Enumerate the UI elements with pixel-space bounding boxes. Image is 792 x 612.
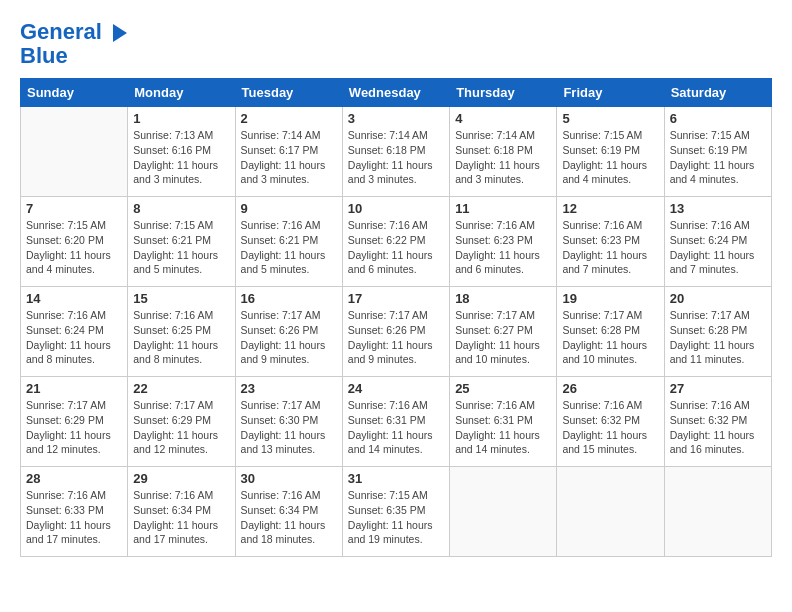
calendar-week-5: 28 Sunrise: 7:16 AM Sunset: 6:33 PM Dayl…: [21, 467, 772, 557]
day-number: 5: [562, 111, 658, 126]
sunrise-label: Sunrise: 7:17 AM: [348, 309, 428, 321]
daylight-label: Daylight: 11 hours and 19 minutes.: [348, 519, 433, 546]
day-number: 11: [455, 201, 551, 216]
sunset-label: Sunset: 6:32 PM: [562, 414, 640, 426]
day-number: 2: [241, 111, 337, 126]
sunset-label: Sunset: 6:28 PM: [670, 324, 748, 336]
sunset-label: Sunset: 6:29 PM: [26, 414, 104, 426]
sunset-label: Sunset: 6:17 PM: [241, 144, 319, 156]
calendar-cell: 19 Sunrise: 7:17 AM Sunset: 6:28 PM Dayl…: [557, 287, 664, 377]
day-info: Sunrise: 7:17 AM Sunset: 6:26 PM Dayligh…: [348, 308, 444, 367]
day-info: Sunrise: 7:13 AM Sunset: 6:16 PM Dayligh…: [133, 128, 229, 187]
sunrise-label: Sunrise: 7:15 AM: [26, 219, 106, 231]
sunrise-label: Sunrise: 7:16 AM: [455, 399, 535, 411]
daylight-label: Daylight: 11 hours and 3 minutes.: [455, 159, 540, 186]
sunrise-label: Sunrise: 7:14 AM: [455, 129, 535, 141]
day-number: 24: [348, 381, 444, 396]
day-info: Sunrise: 7:17 AM Sunset: 6:27 PM Dayligh…: [455, 308, 551, 367]
day-number: 8: [133, 201, 229, 216]
sunrise-label: Sunrise: 7:16 AM: [241, 489, 321, 501]
sunrise-label: Sunrise: 7:17 AM: [26, 399, 106, 411]
sunrise-label: Sunrise: 7:17 AM: [241, 399, 321, 411]
day-number: 6: [670, 111, 766, 126]
day-info: Sunrise: 7:17 AM Sunset: 6:29 PM Dayligh…: [133, 398, 229, 457]
day-number: 14: [26, 291, 122, 306]
day-info: Sunrise: 7:16 AM Sunset: 6:32 PM Dayligh…: [670, 398, 766, 457]
sunrise-label: Sunrise: 7:14 AM: [348, 129, 428, 141]
calendar-week-3: 14 Sunrise: 7:16 AM Sunset: 6:24 PM Dayl…: [21, 287, 772, 377]
sunrise-label: Sunrise: 7:13 AM: [133, 129, 213, 141]
daylight-label: Daylight: 11 hours and 12 minutes.: [133, 429, 218, 456]
sunrise-label: Sunrise: 7:17 AM: [133, 399, 213, 411]
sunrise-label: Sunrise: 7:16 AM: [348, 399, 428, 411]
calendar-cell: 6 Sunrise: 7:15 AM Sunset: 6:19 PM Dayli…: [664, 107, 771, 197]
daylight-label: Daylight: 11 hours and 4 minutes.: [26, 249, 111, 276]
daylight-label: Daylight: 11 hours and 6 minutes.: [348, 249, 433, 276]
sunset-label: Sunset: 6:35 PM: [348, 504, 426, 516]
day-number: 9: [241, 201, 337, 216]
weekday-header-wednesday: Wednesday: [342, 79, 449, 107]
sunset-label: Sunset: 6:22 PM: [348, 234, 426, 246]
daylight-label: Daylight: 11 hours and 5 minutes.: [241, 249, 326, 276]
calendar-cell: 26 Sunrise: 7:16 AM Sunset: 6:32 PM Dayl…: [557, 377, 664, 467]
sunrise-label: Sunrise: 7:16 AM: [241, 219, 321, 231]
daylight-label: Daylight: 11 hours and 15 minutes.: [562, 429, 647, 456]
day-number: 17: [348, 291, 444, 306]
sunrise-label: Sunrise: 7:16 AM: [26, 489, 106, 501]
daylight-label: Daylight: 11 hours and 9 minutes.: [348, 339, 433, 366]
calendar-cell: 22 Sunrise: 7:17 AM Sunset: 6:29 PM Dayl…: [128, 377, 235, 467]
calendar-cell: 31 Sunrise: 7:15 AM Sunset: 6:35 PM Dayl…: [342, 467, 449, 557]
daylight-label: Daylight: 11 hours and 8 minutes.: [26, 339, 111, 366]
calendar-cell: 18 Sunrise: 7:17 AM Sunset: 6:27 PM Dayl…: [450, 287, 557, 377]
day-info: Sunrise: 7:16 AM Sunset: 6:23 PM Dayligh…: [562, 218, 658, 277]
sunset-label: Sunset: 6:28 PM: [562, 324, 640, 336]
sunrise-label: Sunrise: 7:16 AM: [455, 219, 535, 231]
calendar-cell: 5 Sunrise: 7:15 AM Sunset: 6:19 PM Dayli…: [557, 107, 664, 197]
day-info: Sunrise: 7:14 AM Sunset: 6:18 PM Dayligh…: [348, 128, 444, 187]
calendar-cell: [557, 467, 664, 557]
daylight-label: Daylight: 11 hours and 5 minutes.: [133, 249, 218, 276]
day-number: 15: [133, 291, 229, 306]
logo-icon: [109, 22, 131, 44]
sunset-label: Sunset: 6:30 PM: [241, 414, 319, 426]
sunrise-label: Sunrise: 7:16 AM: [133, 309, 213, 321]
calendar-cell: 9 Sunrise: 7:16 AM Sunset: 6:21 PM Dayli…: [235, 197, 342, 287]
sunrise-label: Sunrise: 7:14 AM: [241, 129, 321, 141]
calendar-cell: 25 Sunrise: 7:16 AM Sunset: 6:31 PM Dayl…: [450, 377, 557, 467]
logo: General Blue: [20, 20, 131, 68]
calendar-cell: 15 Sunrise: 7:16 AM Sunset: 6:25 PM Dayl…: [128, 287, 235, 377]
day-info: Sunrise: 7:16 AM Sunset: 6:34 PM Dayligh…: [241, 488, 337, 547]
sunset-label: Sunset: 6:20 PM: [26, 234, 104, 246]
day-number: 29: [133, 471, 229, 486]
day-info: Sunrise: 7:15 AM Sunset: 6:21 PM Dayligh…: [133, 218, 229, 277]
day-info: Sunrise: 7:14 AM Sunset: 6:18 PM Dayligh…: [455, 128, 551, 187]
calendar-cell: 17 Sunrise: 7:17 AM Sunset: 6:26 PM Dayl…: [342, 287, 449, 377]
sunrise-label: Sunrise: 7:17 AM: [562, 309, 642, 321]
day-number: 25: [455, 381, 551, 396]
day-info: Sunrise: 7:16 AM Sunset: 6:33 PM Dayligh…: [26, 488, 122, 547]
logo-text: General: [20, 20, 131, 44]
calendar-cell: [21, 107, 128, 197]
day-info: Sunrise: 7:17 AM Sunset: 6:29 PM Dayligh…: [26, 398, 122, 457]
day-number: 30: [241, 471, 337, 486]
calendar-table: SundayMondayTuesdayWednesdayThursdayFrid…: [20, 78, 772, 557]
day-number: 31: [348, 471, 444, 486]
sunrise-label: Sunrise: 7:15 AM: [670, 129, 750, 141]
sunrise-label: Sunrise: 7:16 AM: [348, 219, 428, 231]
sunset-label: Sunset: 6:29 PM: [133, 414, 211, 426]
sunset-label: Sunset: 6:18 PM: [348, 144, 426, 156]
calendar-cell: 2 Sunrise: 7:14 AM Sunset: 6:17 PM Dayli…: [235, 107, 342, 197]
daylight-label: Daylight: 11 hours and 10 minutes.: [562, 339, 647, 366]
sunset-label: Sunset: 6:26 PM: [241, 324, 319, 336]
weekday-header-monday: Monday: [128, 79, 235, 107]
page-header: General Blue: [20, 20, 772, 68]
sunset-label: Sunset: 6:21 PM: [133, 234, 211, 246]
day-number: 12: [562, 201, 658, 216]
calendar-cell: 14 Sunrise: 7:16 AM Sunset: 6:24 PM Dayl…: [21, 287, 128, 377]
day-number: 18: [455, 291, 551, 306]
day-info: Sunrise: 7:16 AM Sunset: 6:22 PM Dayligh…: [348, 218, 444, 277]
day-number: 1: [133, 111, 229, 126]
day-info: Sunrise: 7:15 AM Sunset: 6:35 PM Dayligh…: [348, 488, 444, 547]
day-info: Sunrise: 7:16 AM Sunset: 6:21 PM Dayligh…: [241, 218, 337, 277]
daylight-label: Daylight: 11 hours and 3 minutes.: [241, 159, 326, 186]
